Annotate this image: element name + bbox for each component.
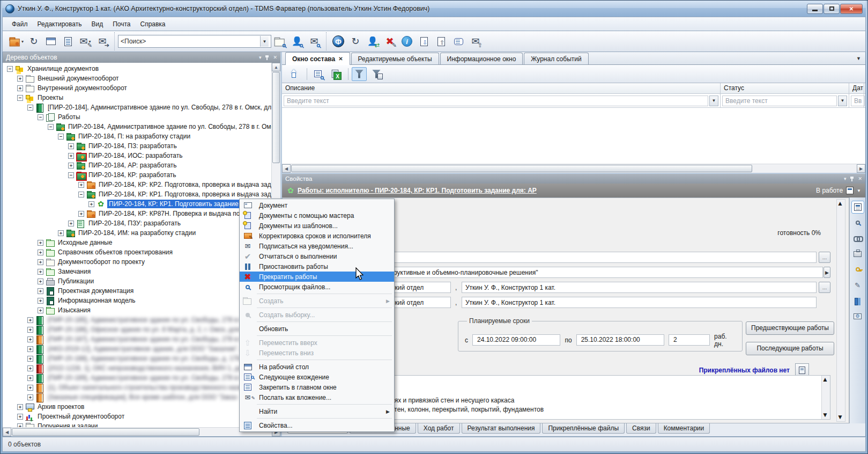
expand-icon[interactable]: + [27,346,33,352]
expand-icon[interactable]: + [17,85,23,91]
tree-item[interactable]: −Работы [3,112,271,122]
tree-item[interactable]: +ПИР-20-184, КР: КР87Н. Проверка и выдач… [3,209,271,218]
tree-item[interactable]: +[ПИР-20-189], Административное здание п… [3,373,271,383]
tree-item[interactable]: +[ПИР-20-185], Административное здание п… [3,315,271,325]
collapse-icon[interactable]: − [7,66,13,72]
export-excel-button[interactable]: X [328,67,343,81]
context-menu-item[interactable]: Просмотрщик файлов... [240,282,394,292]
expand-icon[interactable]: + [38,259,43,265]
tab-4[interactable]: Журнал событий [524,53,588,64]
search-users-button[interactable]: 👤 [290,34,305,49]
menu-item-5[interactable]: Справка [135,19,170,30]
desktop-window-button[interactable] [43,34,58,49]
tree-item[interactable]: +ПИР-20-184, ИОС: разработать [3,151,271,160]
expand-icon[interactable]: + [68,163,74,169]
tree-item[interactable]: +[ПИР-20-187], Административное здание п… [3,334,271,344]
go-up-button[interactable] [286,67,301,81]
executor-browse-button[interactable]: … [819,282,830,293]
previous-works-button[interactable]: Предшествующие работы [746,321,834,335]
tree-item[interactable]: +Исходные данные [3,238,271,247]
controller-field[interactable]: Уткин У. Ф., Конструктор 1 кат. [462,297,817,308]
filter-input[interactable]: Введите текст [284,96,708,106]
tree-item[interactable]: −[ПИР-20-184], Административное здание п… [3,102,271,112]
briefcase-button[interactable] [851,247,864,260]
expand-icon[interactable]: + [27,385,33,391]
tree-item[interactable]: +Информационная модель [3,296,271,305]
expand-icon[interactable]: + [58,230,64,236]
composition-list[interactable] [282,108,865,164]
bottom-tab-5[interactable]: Прикреплённые файлы [542,423,625,434]
tree-item[interactable]: −Проекты [3,93,271,102]
menu-item-1[interactable]: Файл [7,19,33,30]
refresh-button[interactable]: ↻ [26,34,41,49]
expand-icon[interactable]: + [68,143,74,149]
work-name-browse-button[interactable]: … [819,252,830,263]
restore-button[interactable] [824,4,840,14]
column-header-2[interactable]: Статус [721,83,849,93]
context-menu-item[interactable]: Обновить [240,324,394,334]
tree-item[interactable]: +Изыскания [3,305,271,315]
tab-3[interactable]: Информационное окно [440,53,523,64]
column-header-1[interactable]: Описание [282,83,721,93]
expand-icon[interactable]: + [88,201,94,207]
change-user-button[interactable]: 👤⇄ [365,34,380,49]
collapse-icon[interactable]: − [48,124,54,130]
context-menu-item[interactable]: Документы с помощью мастера [240,210,394,221]
checkin-button[interactable]: ⇧ [434,34,449,49]
expand-icon[interactable]: + [68,153,74,159]
expand-icon[interactable]: + [78,182,84,188]
tree-item[interactable]: +✿ПИР-20-184, КР: КР1. Подготовить задан… [3,199,271,209]
work-link[interactable]: Работы: исполнителю - ПИР-20-184, КР: КР… [298,187,537,194]
bottom-tab-7[interactable]: Комментарии [658,423,710,434]
search-combo[interactable]: <Поиск>▼ [118,35,271,48]
new-object-button[interactable]: ▾ [9,34,24,49]
expand-icon[interactable]: + [38,269,43,275]
minimize-button[interactable] [807,4,823,14]
filter-dropdown-icon[interactable]: ▼ [709,96,718,106]
find-in-tree-button[interactable] [310,67,325,81]
expand-icon[interactable]: + [27,336,33,342]
context-menu-item[interactable]: ✉Подписаться на уведомления... [240,241,394,251]
edit-button[interactable]: ✎ [851,279,864,291]
tree-item[interactable]: −Хранилище документов [3,64,271,74]
tree-item[interactable]: +[Заказные спецификации], Все кроме шабл… [3,392,271,402]
expand-icon[interactable]: + [27,365,33,371]
bottom-tab-3[interactable]: Ход работ [418,423,460,434]
tree-item[interactable]: +ПИР-20-184, АР: разработать [3,160,271,170]
context-menu-item[interactable]: На рабочий стол [240,362,394,372]
expand-icon[interactable]: + [27,356,33,362]
context-menu-item[interactable]: Следующее вхождение [240,372,394,382]
collapse-icon[interactable]: − [78,192,84,197]
column-header-3[interactable]: Дат [849,83,864,93]
context-menu-item[interactable]: ✔Отчитаться о выполнении [240,251,394,261]
status-card-icon[interactable] [846,187,854,194]
tabs-dropdown-icon[interactable]: ▼ [856,56,861,61]
expand-icon[interactable]: + [17,404,23,410]
settings-folder-button[interactable]: ⚙ [851,310,864,323]
menu-item-2[interactable]: Редактировать [33,19,87,30]
tree-item[interactable]: +Проектный документооборот [3,412,271,421]
tree-item[interactable]: +ПИР-20-184, КР: КР2. Подготовка, провер… [3,180,271,189]
search-button[interactable] [851,216,864,229]
panel-close-icon[interactable]: ✕ [858,176,862,181]
expand-icon[interactable]: + [68,221,74,226]
bottom-tab-6[interactable]: Связи [626,423,656,434]
filter-input[interactable]: Вв [851,96,865,106]
tree-item[interactable]: +[АКО-2019-12], Административное здание,… [3,344,271,354]
expand-icon[interactable]: + [38,288,43,294]
date-to-field[interactable]: 25.10.2022 18:00:00 [576,334,664,346]
card-vertical-scrollbar[interactable]: ▲ ▼ [836,199,845,422]
expand-icon[interactable]: + [27,327,33,333]
tree-item[interactable]: +Внутренний документооборот [3,83,271,93]
close-button[interactable]: ✕ [840,4,863,14]
mail-edit-button[interactable]: ✉✎▾ [78,34,93,49]
expand-icon[interactable]: + [38,250,43,255]
cancel-edit-button[interactable]: ✖✎ [382,34,397,49]
task-text-scrollbar[interactable]: ▲ ▼ [821,376,830,419]
tree-item[interactable]: +Архив проектов [3,402,271,412]
context-menu-item[interactable]: Закрепить в главном окне [240,382,394,392]
collapse-icon[interactable]: − [38,114,43,120]
tree-item[interactable]: −ПИР-20-184, КР: КР1. Подготовка, провер… [3,189,271,199]
mail-forward-button[interactable]: ✉➔ [95,34,110,49]
key-button[interactable] [851,263,864,276]
